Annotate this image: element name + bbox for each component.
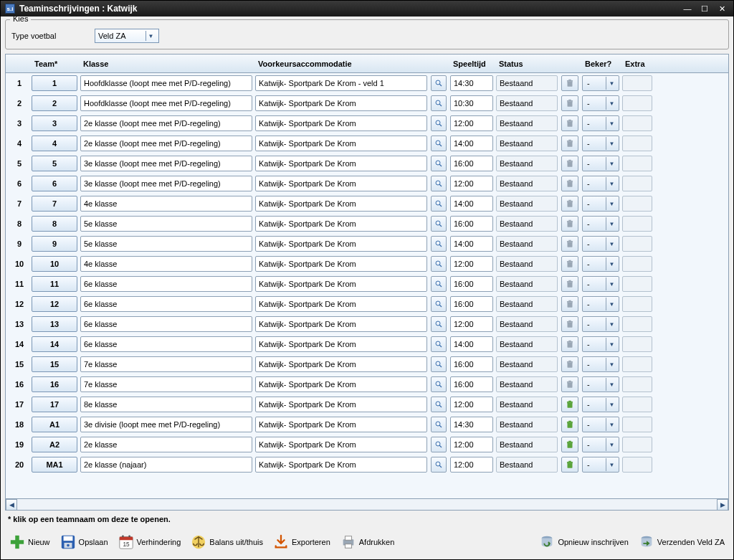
beker-select[interactable]: -▼ bbox=[582, 296, 619, 312]
team-button[interactable]: A1 bbox=[32, 417, 77, 432]
delete-button[interactable] bbox=[561, 316, 578, 332]
delete-button[interactable] bbox=[561, 417, 578, 432]
accommodatie-field[interactable]: Katwijk- Sportpark De Krom - veld 1 bbox=[255, 75, 427, 91]
extra-field[interactable] bbox=[622, 256, 652, 272]
beker-select[interactable]: -▼ bbox=[582, 256, 619, 272]
extra-field[interactable] bbox=[622, 336, 652, 352]
col-extra[interactable]: Extra bbox=[621, 60, 654, 68]
speeltijd-input[interactable]: 14:00 bbox=[450, 336, 493, 352]
lookup-button[interactable] bbox=[431, 256, 447, 272]
delete-button[interactable] bbox=[561, 95, 578, 111]
speeltijd-input[interactable]: 14:30 bbox=[450, 75, 493, 91]
team-button[interactable]: 14 bbox=[32, 336, 77, 352]
verhindering-button[interactable]: 15 Verhindering bbox=[118, 534, 181, 550]
delete-button[interactable] bbox=[561, 457, 578, 473]
klasse-field[interactable]: Hoofdklasse (loopt mee met P/D-regeling) bbox=[80, 95, 252, 111]
team-button[interactable]: 5 bbox=[32, 156, 77, 171]
team-button[interactable]: 7 bbox=[32, 196, 77, 212]
lookup-button[interactable] bbox=[431, 276, 447, 292]
accommodatie-field[interactable]: Katwijk- Sportpark De Krom bbox=[255, 115, 427, 131]
team-button[interactable]: 3 bbox=[32, 115, 77, 131]
col-klasse[interactable]: Klasse bbox=[79, 60, 254, 68]
beker-select[interactable]: -▼ bbox=[582, 196, 619, 212]
accommodatie-field[interactable]: Katwijk- Sportpark De Krom bbox=[255, 437, 427, 452]
team-button[interactable]: 1 bbox=[32, 75, 77, 91]
accommodatie-field[interactable]: Katwijk- Sportpark De Krom bbox=[255, 316, 427, 332]
delete-button[interactable] bbox=[561, 437, 578, 452]
extra-field[interactable] bbox=[622, 176, 652, 191]
delete-button[interactable] bbox=[561, 176, 578, 191]
verzenden-button[interactable]: Verzenden Veld ZA bbox=[639, 534, 725, 550]
lookup-button[interactable] bbox=[431, 376, 447, 392]
accommodatie-field[interactable]: Katwijk- Sportpark De Krom bbox=[255, 376, 427, 392]
klasse-field[interactable]: 2e klasse (loopt mee met P/D-regeling) bbox=[80, 136, 252, 151]
team-button[interactable]: 2 bbox=[32, 95, 77, 111]
team-button[interactable]: 4 bbox=[32, 136, 77, 151]
delete-button[interactable] bbox=[561, 376, 578, 392]
team-button[interactable]: A2 bbox=[32, 437, 77, 452]
delete-button[interactable] bbox=[561, 236, 578, 252]
lookup-button[interactable] bbox=[431, 296, 447, 312]
accommodatie-field[interactable]: Katwijk- Sportpark De Krom bbox=[255, 417, 427, 432]
delete-button[interactable] bbox=[561, 276, 578, 292]
delete-button[interactable] bbox=[561, 256, 578, 272]
lookup-button[interactable] bbox=[431, 95, 447, 111]
accommodatie-field[interactable]: Katwijk- Sportpark De Krom bbox=[255, 336, 427, 352]
minimize-button[interactable]: — bbox=[680, 4, 695, 14]
col-status[interactable]: Status bbox=[495, 60, 559, 68]
delete-button[interactable] bbox=[561, 196, 578, 212]
extra-field[interactable] bbox=[622, 95, 652, 111]
delete-button[interactable] bbox=[561, 296, 578, 312]
team-button[interactable]: 15 bbox=[32, 356, 77, 372]
team-button[interactable]: 17 bbox=[32, 397, 77, 412]
team-button[interactable]: MA1 bbox=[32, 457, 77, 473]
klasse-field[interactable]: 7e klasse bbox=[80, 376, 252, 392]
opslaan-button[interactable]: Opslaan bbox=[60, 534, 108, 550]
accommodatie-field[interactable]: Katwijk- Sportpark De Krom bbox=[255, 296, 427, 312]
klasse-field[interactable]: 2e klasse (najaar) bbox=[80, 457, 252, 473]
lookup-button[interactable] bbox=[431, 437, 447, 452]
delete-button[interactable] bbox=[561, 336, 578, 352]
extra-field[interactable] bbox=[622, 196, 652, 212]
beker-select[interactable]: -▼ bbox=[582, 236, 619, 252]
extra-field[interactable] bbox=[622, 356, 652, 372]
delete-button[interactable] bbox=[561, 356, 578, 372]
team-button[interactable]: 16 bbox=[32, 376, 77, 392]
team-button[interactable]: 8 bbox=[32, 216, 77, 232]
klasse-field[interactable]: 4e klasse bbox=[80, 196, 252, 212]
klasse-field[interactable]: 8e klasse bbox=[80, 397, 252, 412]
beker-select[interactable]: -▼ bbox=[582, 95, 619, 111]
extra-field[interactable] bbox=[622, 417, 652, 432]
speeltijd-input[interactable]: 12:00 bbox=[450, 457, 493, 473]
scroll-right-button[interactable]: ▶ bbox=[717, 499, 728, 511]
accommodatie-field[interactable]: Katwijk- Sportpark De Krom bbox=[255, 95, 427, 111]
lookup-button[interactable] bbox=[431, 417, 447, 432]
delete-button[interactable] bbox=[561, 216, 578, 232]
delete-button[interactable] bbox=[561, 136, 578, 151]
speeltijd-input[interactable]: 12:00 bbox=[450, 256, 493, 272]
lookup-button[interactable] bbox=[431, 196, 447, 212]
extra-field[interactable] bbox=[622, 376, 652, 392]
col-beker[interactable]: Beker? bbox=[581, 60, 621, 68]
klasse-field[interactable]: 2e klasse bbox=[80, 437, 252, 452]
accommodatie-field[interactable]: Katwijk- Sportpark De Krom bbox=[255, 457, 427, 473]
beker-select[interactable]: -▼ bbox=[582, 457, 619, 473]
delete-button[interactable] bbox=[561, 156, 578, 171]
lookup-button[interactable] bbox=[431, 136, 447, 151]
col-speeltijd[interactable]: Speeltijd bbox=[449, 60, 495, 68]
beker-select[interactable]: -▼ bbox=[582, 437, 619, 452]
beker-select[interactable]: -▼ bbox=[582, 156, 619, 171]
balans-button[interactable]: Balans uit/thuis bbox=[191, 534, 263, 550]
extra-field[interactable] bbox=[622, 236, 652, 252]
klasse-field[interactable]: 6e klasse bbox=[80, 316, 252, 332]
speeltijd-input[interactable]: 12:00 bbox=[450, 397, 493, 412]
col-accommodatie[interactable]: Voorkeursaccommodatie bbox=[254, 60, 429, 68]
extra-field[interactable] bbox=[622, 216, 652, 232]
beker-select[interactable]: -▼ bbox=[582, 176, 619, 191]
speeltijd-input[interactable]: 16:00 bbox=[450, 276, 493, 292]
col-team[interactable]: Team* bbox=[30, 60, 79, 68]
speeltijd-input[interactable]: 16:00 bbox=[450, 156, 493, 171]
type-voetbal-select[interactable]: Veld ZA ▼ bbox=[95, 29, 159, 43]
extra-field[interactable] bbox=[622, 75, 652, 91]
extra-field[interactable] bbox=[622, 296, 652, 312]
